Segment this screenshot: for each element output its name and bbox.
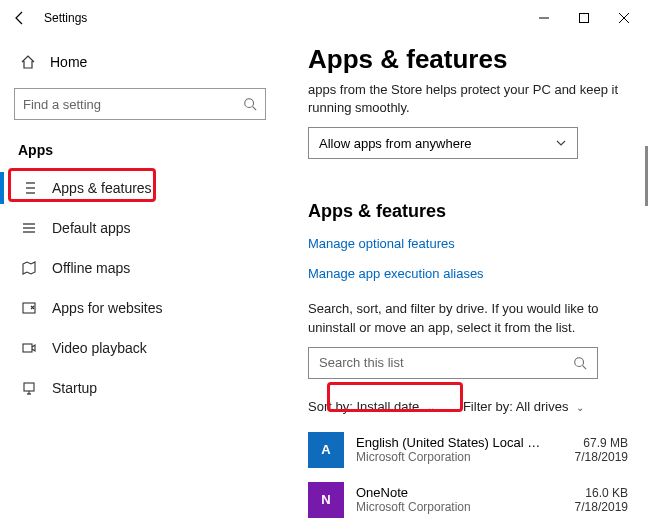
filter-label: Filter by: [463,399,513,414]
dropdown-value: Allow apps from anywhere [319,136,471,151]
scrollbar[interactable] [645,146,648,206]
page-title: Apps & features [308,44,628,75]
maximize-button[interactable] [564,4,604,32]
defaults-icon [20,220,38,236]
app-name: OneNote [356,485,546,500]
section-heading: Apps & features [308,201,628,222]
app-source-dropdown[interactable]: Allow apps from anywhere [308,127,578,159]
svg-rect-1 [580,14,589,23]
app-name: English (United States) Local Exp... [356,435,546,450]
sidebar-item-default-apps[interactable]: Default apps [14,208,266,248]
startup-icon [20,380,38,396]
window-title: Settings [44,11,87,25]
sidebar-item-video-playback[interactable]: Video playback [14,328,266,368]
search-icon [243,97,257,111]
link-execution-aliases[interactable]: Manage app execution aliases [308,266,484,281]
app-date: 7/18/2019 [558,500,628,514]
sidebar-item-startup[interactable]: Startup [14,368,266,408]
search-placeholder: Find a setting [23,97,101,112]
svg-rect-16 [23,344,32,352]
main-panel: Apps & features apps from the Store help… [280,36,650,529]
app-list: A English (United States) Local Exp... M… [308,432,628,518]
svg-line-21 [583,365,587,369]
app-publisher: Microsoft Corporation [356,450,546,464]
help-text: Search, sort, and filter by drive. If yo… [308,300,608,336]
sort-by-dropdown[interactable]: Sort by: Install date ⌄ [308,399,435,414]
intro-text-line1: apps from the Store helps protect your P… [308,81,628,99]
app-tile-icon: A [308,432,344,468]
filter-value: All drives [516,399,569,414]
app-tile-icon: N [308,482,344,518]
nav-label: Apps for websites [52,300,163,316]
close-button[interactable] [604,4,644,32]
svg-line-5 [253,107,257,111]
sort-value: Install date [356,399,419,414]
websites-icon [20,300,38,316]
nav-label: Video playback [52,340,147,356]
intro-text-line2: running smoothly. [308,99,628,117]
search-placeholder: Search this list [319,355,404,370]
app-size: 67.9 MB [558,436,628,450]
svg-rect-17 [24,383,34,391]
link-optional-features[interactable]: Manage optional features [308,236,455,251]
nav-label: Startup [52,380,97,396]
sidebar-section-label: Apps [14,142,266,158]
app-size: 16.0 KB [558,486,628,500]
titlebar: Settings [0,0,650,36]
svg-point-4 [245,99,254,108]
find-setting-input[interactable]: Find a setting [14,88,266,120]
app-publisher: Microsoft Corporation [356,500,546,514]
home-icon [20,54,36,70]
nav-label: Default apps [52,220,131,236]
app-date: 7/18/2019 [558,450,628,464]
sort-label: Sort by: [308,399,353,414]
chevron-down-icon: ⌄ [427,402,435,413]
minimize-button[interactable] [524,4,564,32]
sidebar-item-apps-websites[interactable]: Apps for websites [14,288,266,328]
nav-label: Offline maps [52,260,130,276]
chevron-down-icon [555,137,567,149]
video-icon [20,340,38,356]
back-button[interactable] [6,4,34,32]
home-nav[interactable]: Home [14,44,266,80]
app-list-item[interactable]: N OneNote Microsoft Corporation 16.0 KB … [308,482,628,518]
chevron-down-icon: ⌄ [576,402,584,413]
sidebar-item-apps-features[interactable]: Apps & features [14,168,266,208]
nav-label: Apps & features [52,180,152,196]
search-list-input[interactable]: Search this list [308,347,598,379]
svg-point-20 [575,358,584,367]
app-list-item[interactable]: A English (United States) Local Exp... M… [308,432,628,468]
sidebar: Home Find a setting Apps Apps & features… [0,36,280,529]
list-icon [20,180,38,196]
filter-by-dropdown[interactable]: Filter by: All drives ⌄ [463,399,584,414]
home-label: Home [50,54,87,70]
search-icon [573,356,587,370]
map-icon [20,260,38,276]
sidebar-item-offline-maps[interactable]: Offline maps [14,248,266,288]
